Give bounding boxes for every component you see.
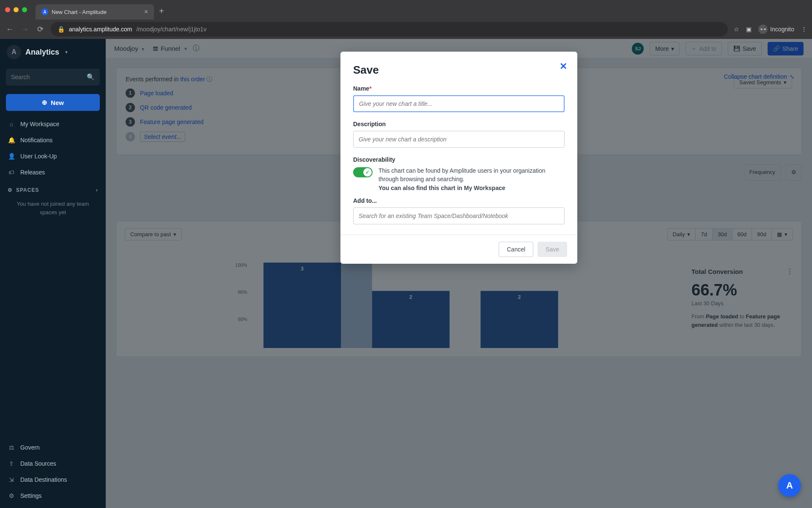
sidebar-item-label: Data Destinations [20,476,67,483]
add-to-input[interactable] [353,207,565,224]
tag-icon: 🏷 [8,169,15,176]
window-controls [5,7,27,12]
check-icon: ✓ [363,168,372,177]
forward-icon[interactable]: → [20,25,30,34]
discoverability-description: This chart can be found by Amplitude use… [379,166,565,192]
search-input[interactable] [11,74,87,80]
help-fab[interactable]: A [778,474,801,497]
sidebar-item-user-lookup[interactable]: 👤 User Look-Up [0,148,106,164]
lock-icon: 🔒 [58,26,65,33]
search-icon: 🔍 [87,73,95,81]
sidebar-item-label: Govern [20,444,40,451]
sidebar-item-label: Releases [20,169,45,176]
modal-close-button[interactable]: ✕ [560,61,567,72]
spaces-header[interactable]: ⚙ SPACES › [0,180,106,196]
window-minimize-icon[interactable] [14,7,19,12]
gear-icon: ⚙ [8,492,15,499]
url-domain: analytics.amplitude.com [69,26,132,33]
back-icon[interactable]: ← [5,25,14,34]
discoverability-toggle[interactable]: ✓ [353,167,373,177]
sidebar-item-releases[interactable]: 🏷 Releases [0,164,106,180]
sidebar-item-govern[interactable]: ⚖ Govern [0,439,106,456]
chevron-down-icon: ▾ [65,49,68,55]
bookmark-icon[interactable]: ☆ [734,26,739,33]
amplitude-logo-icon: A [7,45,21,59]
incognito-label: Incognito [770,26,794,33]
incognito-icon: 👓 [758,25,768,34]
name-label-text: Name [353,85,369,92]
sidebar-item-label: Data Sources [20,460,56,467]
sidebar-search[interactable]: 🔍 [6,69,100,86]
reload-icon[interactable]: ⟳ [36,25,45,34]
home-icon: ⌂ [8,121,15,127]
browser-toolbar: ← → ⟳ 🔒 analytics.amplitude.com/moodjoy/… [0,19,812,39]
spaces-label: SPACES [16,187,39,193]
url-path: /moodjoy/chart/new/j1jto1v [136,26,206,33]
modal-footer: Cancel Save [340,235,577,264]
save-modal: Save ✕ Name* Description Discoverability… [340,52,577,264]
spaces-empty-text: You have not joined any team spaces yet [0,196,106,220]
window-zoom-icon[interactable] [22,7,27,12]
sidebar-item-settings[interactable]: ⚙ Settings [0,488,106,504]
close-tab-icon[interactable]: × [144,8,148,16]
tab-title: New Chart - Amplitude [52,9,107,15]
new-button[interactable]: ⊕ New [6,94,100,111]
sidebar-item-data-destinations[interactable]: ⇲ Data Destinations [0,472,106,488]
main-content: Moodjoy ▾ 𝌆 Funnel ▾ ⓘ SJ More ▾ ＋Add to… [106,39,812,508]
disc-text-1: This chart can be found by Amplitude use… [379,167,546,182]
extensions-icon[interactable]: ▣ [746,26,752,33]
window-close-icon[interactable] [5,7,10,12]
cancel-button[interactable]: Cancel [499,242,533,257]
browser-menu-icon[interactable]: ⋮ [801,26,807,33]
user-icon: 👤 [8,153,15,160]
upload-icon: ⇪ [8,460,15,467]
sidebar-item-my-workspace[interactable]: ⌂ My Workspace [0,116,106,132]
govern-icon: ⚖ [8,444,15,451]
add-to-label: Add to... [353,197,565,204]
name-field-label: Name* [353,85,565,92]
sidebar-item-label: Settings [20,492,42,499]
modal-title: Save [353,64,565,77]
description-field-label: Description [353,121,565,127]
sidebar-item-label: User Look-Up [20,153,57,160]
disc-text-2: You can also find this chart in My Works… [379,185,505,191]
spaces-icon: ⚙ [8,187,13,193]
amplitude-favicon-icon: A [41,8,48,15]
new-tab-button[interactable]: + [159,6,164,16]
incognito-badge: 👓 Incognito [758,25,794,34]
sidebar-item-notifications[interactable]: 🔔 Notifications [0,132,106,148]
plus-circle-icon: ⊕ [42,99,47,106]
app-title: Analytics [25,48,59,57]
amplitude-icon: A [786,480,793,491]
name-input[interactable] [353,95,565,112]
address-bar[interactable]: 🔒 analytics.amplitude.com/moodjoy/chart/… [51,22,728,36]
browser-tab-strip: A New Chart - Amplitude × + [0,0,812,19]
bell-icon: 🔔 [8,137,15,144]
sidebar-item-data-sources[interactable]: ⇪ Data Sources [0,456,106,472]
browser-tab[interactable]: A New Chart - Amplitude × [36,4,154,19]
modal-save-button[interactable]: Save [538,242,567,257]
new-button-label: New [51,99,64,106]
sidebar-item-label: My Workspace [20,121,59,127]
sidebar-item-label: Notifications [20,137,52,144]
workspace-switcher[interactable]: A Analytics ▾ [0,39,106,65]
description-input[interactable] [353,131,565,148]
chevron-right-icon: › [96,187,98,193]
download-icon: ⇲ [8,476,15,483]
sidebar: A Analytics ▾ 🔍 ⊕ New ⌂ My Workspace 🔔 N… [0,39,106,508]
discoverability-label: Discoverability [353,156,565,163]
